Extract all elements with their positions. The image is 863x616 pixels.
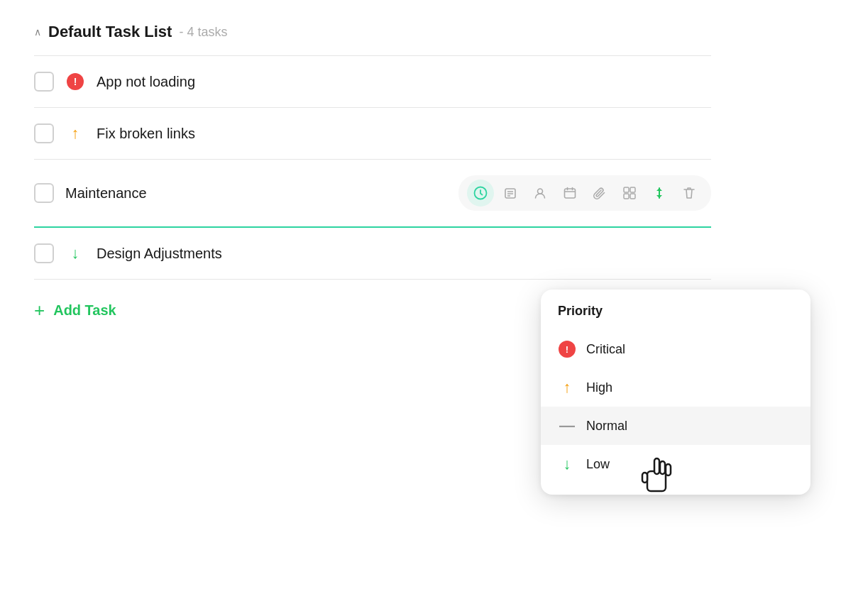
attachment-button[interactable] (586, 180, 613, 207)
task-actions-toolbar (458, 175, 711, 211)
calendar-button[interactable] (556, 180, 583, 207)
priority-button[interactable] (646, 180, 673, 207)
svg-rect-13 (630, 194, 635, 199)
normal-label: Normal (586, 419, 627, 434)
task-name-2: Fix broken links (97, 126, 711, 142)
priority-option-low[interactable]: ↓ Low (541, 445, 810, 483)
priority-dropdown: Priority ! Critical ↑ High — Normal ↓ Lo… (541, 290, 810, 495)
task-checkbox-2[interactable] (34, 123, 54, 143)
table-row: ↓ Design Adjustments (34, 228, 711, 280)
task-checkbox-1[interactable] (34, 72, 54, 92)
low-icon: ↓ (558, 455, 576, 473)
priority-icon-low: ↓ (65, 243, 85, 263)
subtasks-button[interactable] (616, 180, 643, 207)
svg-rect-10 (624, 187, 629, 192)
priority-icon-critical: ! (65, 72, 85, 92)
svg-point-5 (538, 189, 543, 194)
task-list-header: ∧ Default Task List - 4 tasks (34, 23, 711, 41)
add-task-label: Add Task (53, 302, 116, 319)
task-name-1: App not loading (97, 74, 711, 90)
svg-rect-11 (630, 187, 635, 192)
critical-label: Critical (586, 342, 625, 357)
notes-button[interactable] (497, 180, 524, 207)
high-icon: ↑ (558, 378, 576, 397)
svg-rect-6 (565, 189, 576, 198)
low-label: Low (586, 457, 610, 472)
time-button[interactable] (467, 180, 494, 207)
table-row: ↑ Fix broken links (34, 108, 711, 160)
task-name-3: Maintenance (65, 185, 447, 202)
task-checkbox-3[interactable] (34, 183, 54, 203)
add-icon: + (34, 299, 45, 321)
collapse-icon[interactable]: ∧ (34, 26, 41, 38)
priority-option-normal[interactable]: — Normal (541, 407, 810, 445)
priority-option-high[interactable]: ↑ High (541, 368, 810, 407)
dropdown-title: Priority (541, 304, 810, 330)
delete-button[interactable] (676, 180, 703, 207)
table-row: ! App not loading (34, 56, 711, 108)
table-row: Maintenance (34, 160, 711, 228)
high-label: High (586, 380, 612, 395)
task-checkbox-4[interactable] (34, 243, 54, 263)
priority-icon-high: ↑ (65, 123, 85, 143)
critical-icon: ! (558, 340, 576, 358)
assignee-button[interactable] (527, 180, 554, 207)
task-list-title: Default Task List (48, 23, 172, 41)
svg-rect-12 (624, 194, 629, 199)
task-name-4: Design Adjustments (97, 246, 711, 262)
priority-option-critical[interactable]: ! Critical (541, 330, 810, 368)
normal-icon: — (558, 417, 576, 435)
task-list-count: - 4 tasks (179, 25, 227, 40)
